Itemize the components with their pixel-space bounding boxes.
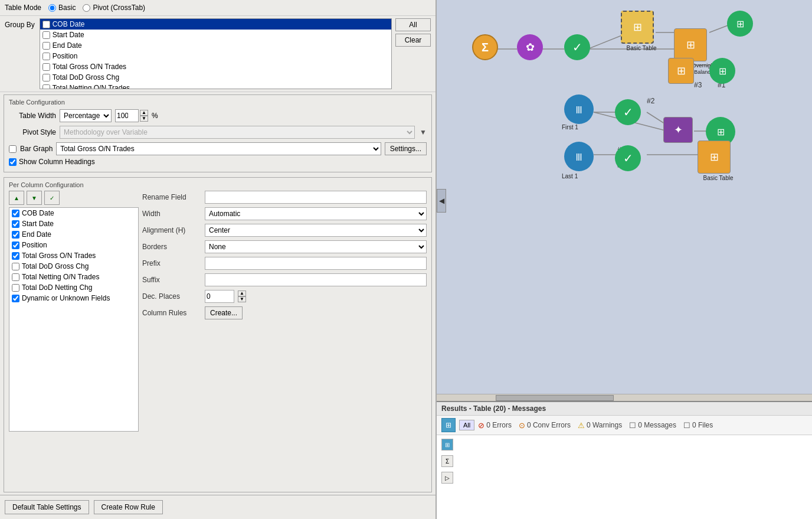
group-by-item-label-2: End Date — [53, 41, 82, 50]
col-check-1[interactable] — [12, 220, 19, 228]
res-arrow-icon[interactable]: ▷ — [441, 472, 453, 484]
col-check-7[interactable] — [12, 284, 19, 292]
dec-places-spinner: ▲ ▼ — [238, 290, 246, 302]
table-width-down[interactable]: ▼ — [140, 116, 148, 122]
node-bino1[interactable]: ⊞ — [727, 11, 753, 37]
table-mode-row: Table Mode Basic Pivot (CrossTab) — [0, 0, 436, 16]
table-width-select[interactable]: Percentage Fixed — [60, 109, 112, 122]
res-table-icon[interactable]: ⊞ — [441, 439, 453, 451]
col-item-2[interactable]: End Date — [9, 229, 138, 240]
col-check-2[interactable] — [12, 231, 19, 239]
node-first1-circle[interactable]: ||| — [564, 94, 605, 124]
scrollbar-thumb[interactable] — [496, 395, 614, 401]
table-mode-pivot[interactable]: Pivot (CrossTab) — [83, 4, 145, 12]
res-sigma-icon[interactable]: Σ — [441, 455, 453, 467]
table-width-label: Table Width — [9, 112, 56, 120]
col-check-button[interactable]: ✓ — [44, 191, 60, 205]
group-by-item-1[interactable]: Start Date — [40, 30, 391, 40]
col-check-3[interactable] — [12, 241, 19, 249]
col-item-3[interactable]: Position — [9, 240, 138, 250]
results-header: Results - Table (20) - Messages — [437, 402, 812, 416]
table-config-title: Table Configuration — [9, 99, 427, 106]
col-check-4[interactable] — [12, 252, 19, 260]
node-basic-table[interactable]: ⊞ Basic Table — [621, 11, 662, 51]
col-item-6[interactable]: Total Netting O/N Trades — [9, 272, 138, 282]
node-branch[interactable]: ✿ — [517, 34, 543, 60]
table-width-spinner: ▲ ▼ — [140, 110, 148, 122]
results-table-icon-btn[interactable]: ⊞ — [441, 418, 456, 432]
col-check-5[interactable] — [12, 263, 19, 270]
group-by-clear-button[interactable]: Clear — [395, 34, 431, 47]
table-mode-basic-radio[interactable] — [48, 4, 56, 12]
bar-graph-settings-button[interactable]: Settings... — [385, 142, 427, 155]
col-item-0[interactable]: COB Date — [9, 208, 138, 218]
group-by-item-3[interactable]: Position — [40, 51, 391, 61]
group-by-item-2[interactable]: End Date — [40, 40, 391, 51]
group-by-item-4[interactable]: Total Gross O/N Trades — [40, 61, 391, 72]
results-all-button[interactable]: All — [459, 420, 474, 430]
col-item-4[interactable]: Total Gross O/N Trades — [9, 250, 138, 261]
width-select[interactable]: Automatic Fixed — [205, 207, 427, 220]
node-basic-table2[interactable]: ⊞ Basic Table — [698, 141, 739, 181]
group-by-item-label-0: COB Date — [53, 20, 85, 28]
col-check-6[interactable] — [12, 273, 19, 281]
col-item-5[interactable]: Total DoD Gross Chg — [9, 261, 138, 272]
node-last1-circle[interactable]: ||| — [564, 142, 605, 171]
suffix-input[interactable] — [205, 273, 427, 286]
col-item-7[interactable]: Total DoD Netting Chg — [9, 282, 138, 293]
group-by-checkbox-3[interactable] — [42, 53, 50, 60]
conv-error-icon: ⊙ — [519, 421, 525, 430]
bar-graph-checkbox[interactable] — [9, 145, 17, 153]
bar-graph-select[interactable]: Total Gross O/N Trades Total DoD Gross C… — [56, 142, 381, 155]
table-width-up[interactable]: ▲ — [140, 110, 148, 116]
node-tool1[interactable]: ⊞ — [668, 58, 694, 84]
dec-places-input[interactable] — [205, 290, 234, 303]
borders-select[interactable]: None All Horizontal Vertical — [205, 240, 427, 253]
col-down-button[interactable]: ▼ — [27, 191, 42, 205]
rename-field-input[interactable] — [205, 191, 427, 204]
per-col-title: Per Column Configuration — [9, 181, 427, 188]
col-item-8[interactable]: Dynamic or Unknown Fields — [9, 293, 138, 303]
group-by-checkbox-4[interactable] — [42, 63, 50, 71]
group-by-item-5[interactable]: Total DoD Gross Chg — [40, 72, 391, 83]
group-by-checkbox-2[interactable] — [42, 42, 50, 50]
column-rules-create-button[interactable]: Create... — [205, 306, 243, 319]
borders-label: Borders — [142, 243, 201, 251]
canvas-scrollbar[interactable] — [437, 394, 812, 401]
col-list[interactable]: COB Date Start Date End Date Position — [9, 207, 139, 432]
node-purple2[interactable]: ✦ — [663, 117, 693, 143]
group-by-checkbox-5[interactable] — [42, 74, 50, 81]
node-check2[interactable]: ✓ — [615, 99, 641, 125]
group-by-checkbox-1[interactable] — [42, 31, 50, 39]
show-col-headings-checkbox[interactable] — [9, 158, 17, 166]
default-table-settings-button[interactable]: Default Table Settings — [5, 500, 89, 514]
table-width-input-group: ▲ ▼ — [115, 109, 148, 122]
prefix-input[interactable] — [205, 257, 427, 270]
col-check-8[interactable] — [12, 295, 19, 302]
node-bino2[interactable]: ⊞ — [709, 58, 735, 84]
node-sum[interactable]: Σ — [472, 34, 498, 60]
create-row-rule-button[interactable]: Create Row Rule — [94, 500, 163, 514]
node-check3[interactable]: ✓ — [615, 145, 641, 171]
group-by-checkbox-6[interactable] — [42, 84, 50, 90]
collapse-bar[interactable]: ◀ — [437, 189, 446, 213]
table-mode-basic[interactable]: Basic — [48, 4, 76, 12]
col-item-1[interactable]: Start Date — [9, 218, 138, 229]
results-table-icon: ⊞ — [446, 421, 451, 429]
group-by-list[interactable]: COB Date Start Date End Date Position To… — [40, 18, 392, 89]
group-by-checkbox-0[interactable] — [42, 21, 50, 28]
col-up-button[interactable]: ▲ — [9, 191, 24, 205]
col-check-0[interactable] — [12, 210, 19, 217]
group-by-item-label-1: Start Date — [53, 31, 84, 39]
group-by-all-button[interactable]: All — [395, 18, 431, 31]
table-mode-pivot-radio[interactable] — [83, 4, 90, 12]
group-by-item-0[interactable]: COB Date — [40, 19, 391, 30]
group-by-item-6[interactable]: Total Netting O/N Trades — [40, 83, 391, 89]
col-label-7: Total DoD Netting Chg — [22, 283, 92, 292]
dec-places-down[interactable]: ▼ — [238, 296, 246, 302]
dec-places-label: Dec. Places — [142, 292, 201, 301]
table-width-number[interactable] — [115, 109, 139, 122]
alignment-select[interactable]: Center Left Right — [205, 224, 427, 237]
dec-places-up[interactable]: ▲ — [238, 290, 246, 296]
node-check1[interactable]: ✓ — [564, 34, 590, 60]
